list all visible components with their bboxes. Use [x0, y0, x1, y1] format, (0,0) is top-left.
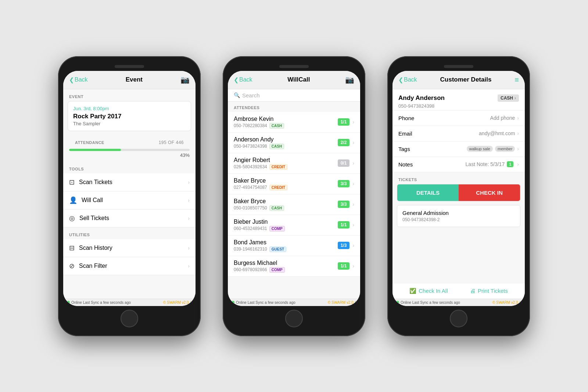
chevron-right-icon: › [517, 115, 519, 121]
event-card: Jun. 3rd, 8:00pm Rock Party 2017 The Sam… [68, 101, 191, 131]
payment-badge: CREDIT [269, 164, 287, 170]
attendee-row[interactable]: Bond James 039-1946162310 GUEST 1/3 › [228, 235, 360, 256]
attendee-row[interactable]: Bieber Justin 060-4532489431 COMP 1/1 › [228, 215, 360, 235]
chevron-right-icon: › [517, 146, 519, 152]
chevron-right-icon: › [352, 119, 354, 125]
attendee-phone: 060-4532489431 [234, 226, 267, 231]
sell-tickets-icon: ◎ [69, 214, 75, 222]
chevron-right-icon: › [188, 263, 190, 269]
online-dot [396, 301, 399, 304]
attendee-phone: 050-0108507750 [234, 205, 267, 211]
attendance-count: 195 OF 446 [159, 140, 184, 145]
chevron-left-icon: ❮ [69, 76, 74, 83]
menu-icon[interactable]: ≡ [514, 76, 519, 84]
tag-member: member [495, 146, 515, 152]
ticket-ratio: 2/2 [338, 139, 350, 146]
back-button[interactable]: ❮ Back [69, 76, 88, 83]
ticket-id: 050-9473824398-2 [402, 217, 515, 222]
home-button[interactable] [450, 310, 467, 327]
ticket-type: General Admission [402, 210, 515, 216]
scan-tickets-item[interactable]: ⊡ Scan Tickets › [63, 173, 196, 191]
tag-walkup: walkup sale [467, 146, 493, 152]
online-dot [232, 301, 234, 304]
ticket-ratio: 1/1 [338, 262, 350, 270]
tools-list: ⊡ Scan Tickets › 👤 Will Call › [63, 173, 196, 227]
ticket-info-card: General Admission 050-9473824398-2 [397, 205, 520, 227]
details-button[interactable]: DETAILS [397, 184, 459, 201]
attendee-name: Bond James [234, 239, 338, 246]
progress-bar [69, 149, 190, 151]
attendee-row[interactable]: Baker Bryce 027-4934754087 CREDIT 3/3 › [228, 174, 360, 194]
tools-section-label: TOOLS [63, 162, 196, 173]
attendee-row[interactable]: Baker Bryce 050-0108507750 CASH 3/3 › [228, 194, 360, 215]
chevron-right-icon: › [352, 242, 354, 248]
check-in-all-button[interactable]: ✅ Check In All [409, 288, 448, 294]
event-name: Rock Party 2017 [73, 113, 186, 120]
checkin-button[interactable]: CHECK IN [459, 184, 520, 201]
phone-row[interactable]: Phone Add phone › [392, 111, 525, 126]
camera-icon[interactable]: 📷 [345, 75, 354, 84]
attendees-list: Ambrose Kevin 050-7082280384 CASH 1/1 › … [228, 112, 360, 299]
ticket-ratio: 1/3 [338, 242, 350, 249]
scan-history-item[interactable]: ⊟ Scan History › [63, 239, 196, 257]
chevron-right-icon: › [188, 245, 190, 251]
camera-icon[interactable]: 📷 [180, 75, 190, 84]
search-input[interactable]: Search [242, 92, 260, 98]
will-call-item[interactable]: 👤 Will Call › [63, 191, 196, 209]
back-button[interactable]: ❮ Back [234, 76, 252, 83]
phone1: ❮ Back Event 📷 EVENT Jun. 3rd, 8:00pm Ro… [58, 56, 201, 336]
chevron-right-icon: › [352, 140, 354, 145]
notes-row[interactable]: Notes Last Note: 5/3/17 1 › [392, 157, 525, 172]
attendee-phone: 050-9473824398 [234, 144, 267, 149]
attendee-name: Baker Bryce [234, 177, 338, 184]
attendance-section-label: ATTENDANCE 195 OF 446 [63, 135, 196, 149]
chevron-right-icon: › [188, 215, 190, 221]
payment-badge: COMP [269, 226, 285, 231]
chevron-right-icon: › [514, 96, 516, 101]
attendee-row[interactable]: Anderson Andy 050-9473824398 CASH 2/2 › [228, 133, 360, 153]
payment-badge: CASH [269, 123, 284, 129]
status-bar: Online Last Sync a few seconds ago © SWA… [228, 299, 360, 306]
ticket-ratio: 1/1 [338, 118, 350, 126]
attendee-phone: 026-5804392634 [234, 164, 267, 169]
customer-content: Andy Anderson CASH › 050-9473824398 Phon… [392, 89, 525, 283]
chevron-left-icon: ❮ [234, 76, 239, 83]
attendee-phone: 050-7082280384 [234, 123, 267, 128]
sell-tickets-item[interactable]: ◎ Sell Tickets › [63, 209, 196, 227]
scan-history-icon: ⊟ [69, 244, 75, 252]
scan-tickets-label: Scan Tickets [79, 179, 112, 186]
scan-history-label: Scan History [79, 245, 112, 251]
payment-badge: CASH [269, 144, 284, 149]
scan-filter-item[interactable]: ⊘ Scan Filter › [63, 257, 196, 275]
chevron-right-icon: › [352, 222, 354, 228]
chevron-right-icon: › [352, 181, 354, 187]
customer-phone: 050-9473824398 [392, 103, 525, 110]
payment-badge: CREDIT [269, 185, 287, 190]
chevron-right-icon: › [188, 179, 190, 185]
attendee-name: Angier Robert [234, 157, 338, 163]
brand-label: © SWARM v2.0.1 [328, 301, 356, 305]
nav-title: WillCall [287, 76, 310, 83]
back-button[interactable]: ❮ Back [398, 76, 417, 83]
ticket-ratio: 3/3 [338, 180, 350, 187]
chevron-right-icon: › [352, 263, 354, 269]
attendee-row[interactable]: Burgess Michael 060-6978092866 COMP 1/1 … [228, 256, 360, 277]
attendee-row[interactable]: Ambrose Kevin 050-7082280384 CASH 1/1 › [228, 112, 360, 133]
attendee-name: Ambrose Kevin [234, 116, 338, 122]
will-call-label: Will Call [82, 197, 103, 204]
tags-row[interactable]: Tags walkup sale member › [392, 141, 525, 157]
home-button[interactable] [121, 310, 138, 327]
utilities-section-label: UTILITIES [63, 227, 196, 239]
print-icon: 🖨 [470, 288, 476, 294]
online-status: Online Last Sync a few seconds ago [67, 301, 131, 305]
print-tickets-button[interactable]: 🖨 Print Tickets [470, 288, 508, 294]
chevron-right-icon: › [188, 197, 190, 203]
attendee-row[interactable]: Angier Robert 026-5804392634 CREDIT 0/1 … [228, 153, 360, 174]
email-row[interactable]: Email andy@hmt.com › [392, 126, 525, 141]
event-venue: The Sampler [73, 121, 186, 126]
home-button[interactable] [285, 310, 303, 327]
scan-filter-label: Scan Filter [79, 263, 107, 269]
event-content: EVENT Jun. 3rd, 8:00pm Rock Party 2017 T… [63, 89, 196, 299]
attendee-phone: 027-4934754087 [234, 185, 267, 190]
payment-badge: COMP [269, 267, 285, 273]
